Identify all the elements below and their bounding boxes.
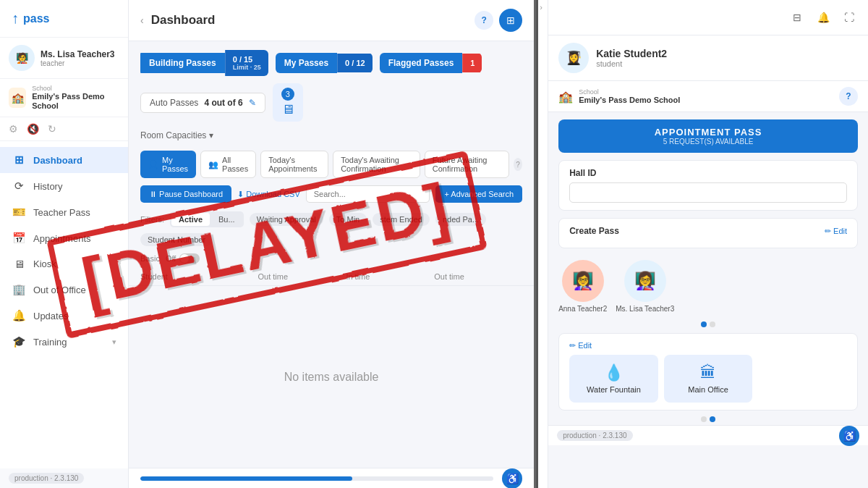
sidebar-item-appointments[interactable]: 📅 Appointments (0, 225, 128, 251)
bell-icon[interactable]: 🔔 (813, 7, 833, 28)
filter-system-ended[interactable]: stem Ended (373, 213, 430, 226)
sidebar-item-updates[interactable]: 🔔 Updates (0, 303, 128, 329)
sidebar-item-training[interactable]: 🎓 Training ▾ (0, 329, 128, 355)
basic-filter-row: Basic Off (129, 251, 534, 268)
rooms-edit-button[interactable]: ✏ Edit (569, 341, 592, 350)
tab-label: Future Awaiting Confirmation (433, 156, 501, 173)
my-passes-count: 0 / 12 (337, 54, 373, 72)
action-row: ⏸ Pause Dashboard ⬇ Download CSV + Advan… (129, 182, 534, 209)
toggle-switch[interactable] (179, 253, 200, 264)
sidebar-item-out-of-office[interactable]: 🏢 Out of Office (0, 277, 128, 303)
teacher-card-lisa[interactable]: 👩‍🏫 Ms. Lisa Teacher3 (616, 260, 674, 313)
school-card-right: 🏫 School Emily's Pass Demo School ? (548, 81, 868, 112)
tab-label: All Passes (222, 156, 248, 173)
accessibility-button[interactable]: ♿ (502, 468, 522, 489)
logo-area: ↑ pass (0, 0, 128, 38)
filter-active[interactable]: Active (171, 213, 210, 226)
rooms-grid: 💧 Water Fountain 🏛 Main Office (569, 355, 847, 403)
kiosk-button[interactable]: 3 🖥 (273, 83, 303, 122)
sidebar-item-history[interactable]: ⟳ History (0, 173, 128, 199)
table-empty: No items available (129, 286, 534, 468)
filters-row: Filters: Active Bu... Waiting Approval T… (129, 209, 534, 251)
sidebar-item-dashboard[interactable]: ⊞ Dashboard (0, 147, 128, 173)
room-name-water-fountain: Water Fountain (587, 385, 641, 394)
filter-to-min[interactable]: To Min (329, 213, 367, 226)
tab-label: My Passes (162, 156, 188, 173)
user-name: Ms. Lisa Teacher3 (41, 49, 119, 59)
collapse-chevron[interactable]: ‹ (140, 14, 144, 26)
expand-icon[interactable]: ⛶ (839, 7, 859, 28)
nav-items: ⊞ Dashboard ⟳ History 🎫 Teacher Pass 📅 A… (0, 141, 128, 468)
col-out-time: Out time (258, 272, 346, 281)
tab-today-await[interactable]: Today's Awaiting Confirmation (333, 151, 420, 178)
room-card-water-fountain[interactable]: 💧 Water Fountain (569, 355, 658, 403)
edit-icon: ✎ (249, 98, 256, 108)
create-pass-edit-button[interactable]: ✏ Edit (825, 227, 847, 236)
hall-id-select[interactable] (569, 182, 847, 203)
room-name-main-office: Main Office (688, 385, 728, 394)
filter-bu[interactable]: Bu... (211, 213, 242, 226)
audio-icon[interactable]: 🔇 (27, 123, 39, 135)
user-role: teacher (41, 59, 119, 67)
teachers-row: 👩‍🏫 Anna Teacher2 👩‍🏫 Ms. Lisa Teacher3 (548, 254, 868, 319)
student-name: Katie Student2 (596, 48, 667, 59)
flagged-passes-button[interactable]: Flagged Passes 1 (380, 53, 482, 73)
dot-1 (701, 321, 707, 327)
advanced-search-button[interactable]: + Advanced Search (435, 185, 522, 203)
grid-view-icon[interactable]: ⊟ (787, 7, 807, 28)
download-csv-button[interactable]: ⬇ Download CSV (237, 190, 300, 199)
tab-todays-appt[interactable]: Today's Appointments (260, 151, 328, 178)
left-panel: ↑ pass 🧑‍🏫 Ms. Lisa Teacher3 teacher 🏫 S… (0, 0, 534, 488)
school-icon-right: 🏫 (558, 90, 573, 104)
user-card[interactable]: 🧑‍🏫 Ms. Lisa Teacher3 teacher (0, 38, 128, 79)
tab-all-passes[interactable]: 👥 All Passes (200, 151, 256, 178)
sidebar-item-teacher-pass[interactable]: 🎫 Teacher Pass (0, 199, 128, 225)
search-input[interactable] (306, 185, 430, 203)
school-icon: 🏫 (9, 88, 26, 108)
tabs-help-icon[interactable]: ? (514, 158, 522, 171)
pause-dashboard-button[interactable]: ⏸ Pause Dashboard (140, 185, 231, 203)
auto-passes-button[interactable]: Auto Passes 4 out of 6 ✎ (140, 93, 265, 113)
grid-button[interactable]: ⊞ (499, 9, 522, 32)
school-card[interactable]: 🏫 School Emily's Pass Demo School (0, 79, 128, 117)
filter-student-number[interactable]: Student Number (140, 233, 213, 246)
sidebar-item-kiosk[interactable]: 🖥 Kiosk (0, 251, 128, 277)
room-capacities-row[interactable]: Room Capacities ▾ (129, 127, 534, 146)
sidebar-item-label: Appointments (33, 233, 91, 244)
my-passes-button[interactable]: My Passes 0 / 12 (276, 53, 373, 73)
right-help-button[interactable]: ? (839, 87, 858, 106)
right-accessibility-button[interactable]: ♿ (839, 426, 859, 446)
teacher-card-anna[interactable]: 👩‍🏫 Anna Teacher2 (558, 260, 607, 313)
building-passes-label: Building Passes (140, 53, 225, 73)
school-name-right: Emily's Pass Demo School (579, 96, 680, 104)
room-capacities-label: Room Capacities (140, 130, 206, 140)
school-label: School (32, 85, 119, 92)
room-card-main-office[interactable]: 🏛 Main Office (664, 355, 753, 403)
sidebar-item-label: History (33, 181, 62, 192)
training-arrow: ▾ (112, 337, 116, 347)
right-collapse-icon[interactable]: › (538, 0, 544, 17)
filter-ended-pa[interactable]: nded Pa... (435, 213, 486, 226)
teacher-name-lisa: Ms. Lisa Teacher3 (616, 305, 674, 313)
tab-future-await[interactable]: Future Awaiting Confirmation (425, 151, 509, 178)
main-content: ‹ Dashboard ? ⊞ Building Passes 0 / 15 L… (129, 0, 534, 488)
dot-row (548, 319, 868, 330)
version-badge: production · 2.3.130 (0, 468, 128, 488)
appointment-banner[interactable]: APPOINTMENT PASS 5 REQUEST(S) AVAILABLE (558, 119, 858, 153)
auto-passes-label: Auto Passes (150, 98, 198, 108)
building-passes-button[interactable]: Building Passes 0 / 15 Limit · 25 (140, 50, 268, 76)
filter-waiting-approval[interactable]: Waiting Approval (250, 213, 323, 226)
help-button[interactable]: ? (475, 11, 493, 30)
avatar: 🧑‍🏫 (9, 45, 35, 71)
refresh-icon[interactable]: ↻ (48, 123, 56, 135)
tab-my-passes[interactable]: 👤 My Passes (140, 151, 196, 178)
right-bottom-bar: production · 2.3.130 ♿ (548, 425, 868, 445)
top-bar: ‹ Dashboard ? ⊞ (129, 0, 534, 41)
hall-id-section: Hall ID (558, 160, 858, 211)
teacher-name-anna: Anna Teacher2 (558, 305, 607, 313)
sidebar-item-label: Dashboard (33, 155, 82, 166)
sidebar-item-label: Kiosk (33, 258, 56, 269)
sidebar-item-label: Updates (33, 311, 68, 321)
toggle-off[interactable]: Off (166, 253, 200, 264)
settings-icon[interactable]: ⚙ (9, 123, 18, 135)
